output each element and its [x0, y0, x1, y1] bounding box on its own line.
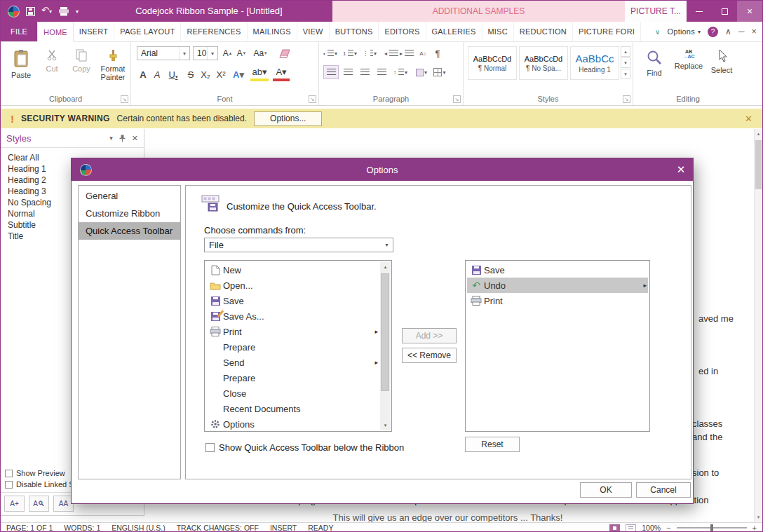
- format-painter-button[interactable]: Format Painter: [96, 45, 130, 95]
- status-track-changes[interactable]: TRACK CHANGES: OFF: [177, 524, 259, 532]
- status-words[interactable]: WORDS: 1: [64, 524, 100, 532]
- numbered-list-button[interactable]: 1▾: [343, 46, 358, 60]
- strikethrough-button[interactable]: S: [184, 66, 197, 81]
- clear-formatting-button[interactable]: [277, 46, 292, 60]
- chevron-down-icon[interactable]: ∨: [655, 28, 661, 36]
- scroll-up-icon[interactable]: ▴: [755, 129, 762, 139]
- tab-home[interactable]: HOME: [37, 22, 74, 42]
- gallery-down-icon[interactable]: ▾: [621, 57, 630, 68]
- font-family-combo[interactable]: Arial▾: [137, 46, 190, 60]
- ok-button[interactable]: OK: [580, 482, 632, 498]
- scrollbar-thumb[interactable]: [381, 273, 389, 391]
- scroll-down-icon[interactable]: ▾: [755, 512, 762, 522]
- style-inspector-button[interactable]: A🔍︎: [29, 496, 49, 512]
- tab-galleries[interactable]: GALLERIES: [426, 22, 482, 41]
- sort-button[interactable]: A↓: [416, 46, 431, 60]
- nav-item-customize-ribbon[interactable]: Customize Ribbon: [79, 205, 180, 222]
- command-item-close[interactable]: Close: [206, 386, 379, 401]
- undo-icon[interactable]: ↶▾: [41, 0, 52, 22]
- style-normal[interactable]: AaBbCcDd ¶ Normal: [468, 46, 517, 80]
- styles-dialog-launcher[interactable]: ↘: [623, 95, 630, 103]
- save-icon[interactable]: [26, 7, 35, 16]
- subscript-button[interactable]: X₂: [198, 66, 212, 81]
- highlight-button[interactable]: ab▾: [250, 66, 269, 81]
- command-item-recent-documents[interactable]: Recent Documents: [206, 401, 379, 416]
- command-item-open[interactable]: Open...: [206, 278, 379, 293]
- line-spacing-button[interactable]: ↕▾: [393, 65, 409, 79]
- minimize-button[interactable]: [687, 1, 712, 22]
- new-style-button[interactable]: A+: [4, 496, 25, 512]
- multilevel-list-button[interactable]: ⋮▾: [363, 46, 378, 60]
- web-layout-view-icon[interactable]: [626, 524, 636, 532]
- document-scrollbar[interactable]: ▴ ▾: [754, 129, 762, 522]
- print-layout-view-icon[interactable]: [609, 524, 620, 532]
- gallery-more-icon[interactable]: ▾: [621, 69, 630, 79]
- dialog-close-icon[interactable]: ✕: [669, 158, 693, 181]
- command-item-new[interactable]: New: [206, 262, 379, 278]
- pin-icon[interactable]: [119, 135, 126, 142]
- mdi-minimize-icon[interactable]: ─: [738, 27, 745, 36]
- font-dialog-launcher[interactable]: ↘: [309, 95, 316, 103]
- text-effects-button[interactable]: A▾: [231, 66, 246, 81]
- bullet-list-button[interactable]: •▾: [323, 46, 339, 60]
- align-center-button[interactable]: [340, 65, 356, 79]
- clipboard-dialog-launcher[interactable]: ↘: [121, 95, 128, 103]
- tab-view[interactable]: VIEW: [297, 22, 330, 41]
- grow-font-button[interactable]: A▴: [221, 46, 234, 60]
- borders-button[interactable]: ▾: [433, 65, 448, 79]
- tab-page-layout[interactable]: PAGE LAYOUT: [114, 22, 181, 41]
- pane-dropdown-icon[interactable]: ▾: [109, 135, 113, 142]
- style-no-spacing[interactable]: AaBbCcDd ¶ No Spa...: [519, 46, 568, 80]
- paste-button[interactable]: Paste: [6, 45, 36, 95]
- find-button[interactable]: Find: [639, 45, 670, 95]
- command-item-save[interactable]: Save: [206, 293, 379, 308]
- tab-mailings[interactable]: MAILINGS: [248, 22, 297, 41]
- cancel-button[interactable]: Cancel: [636, 482, 691, 498]
- gallery-up-icon[interactable]: ▴: [621, 46, 630, 57]
- scrollbar-thumb[interactable]: [755, 140, 762, 189]
- replace-button[interactable]: AB→AC Replace: [673, 45, 705, 95]
- add-button[interactable]: Add >>: [402, 328, 457, 343]
- show-paragraph-marks-button[interactable]: ¶: [430, 46, 445, 60]
- scroll-down-icon[interactable]: ▾: [380, 420, 391, 430]
- choose-commands-combo[interactable]: File▾: [204, 238, 393, 252]
- maximize-button[interactable]: [712, 1, 737, 22]
- tab-buttons[interactable]: BUTTONS: [330, 22, 379, 41]
- nav-item-quick-access-toolbar[interactable]: Quick Access Toolbar: [79, 222, 180, 240]
- status-insert-mode[interactable]: INSERT: [270, 524, 297, 532]
- command-item-print[interactable]: Print ▸: [206, 324, 379, 339]
- shading-button[interactable]: ▾: [414, 65, 430, 79]
- tab-reduction[interactable]: REDUCTION: [514, 22, 573, 41]
- style-heading1[interactable]: AaBbCc Heading 1: [570, 46, 619, 80]
- tab-picture-t[interactable]: PICTURE T...: [625, 1, 687, 22]
- tab-editors[interactable]: EDITORS: [379, 22, 426, 41]
- help-icon[interactable]: ?: [708, 27, 718, 37]
- nav-item-general[interactable]: General: [79, 187, 180, 205]
- decrease-indent-button[interactable]: ◂: [384, 46, 399, 60]
- warning-close-icon[interactable]: ✕: [745, 114, 752, 124]
- command-item-prepare2[interactable]: Prepare: [206, 370, 379, 386]
- change-case-button[interactable]: Aa▾: [250, 46, 270, 60]
- select-button[interactable]: Select: [706, 45, 737, 95]
- remove-button[interactable]: << Remove: [402, 348, 457, 363]
- zoom-out-button[interactable]: −: [666, 524, 670, 532]
- close-button[interactable]: ×: [737, 1, 762, 22]
- qat-item-print[interactable]: Print: [467, 293, 648, 308]
- qat-listbox[interactable]: Save ↶ Undo ▸ Print: [465, 260, 650, 432]
- app-logo-icon[interactable]: [8, 6, 20, 18]
- tab-file[interactable]: FILE: [1, 22, 37, 41]
- align-left-button[interactable]: [323, 65, 339, 79]
- tab-misc[interactable]: MISC: [482, 22, 514, 41]
- print-icon[interactable]: [58, 6, 69, 16]
- font-size-combo[interactable]: 10▾: [193, 46, 218, 60]
- tab-picture-format[interactable]: PICTURE FORI: [573, 22, 641, 41]
- underline-button[interactable]: U▾: [165, 66, 182, 81]
- font-color-button[interactable]: A▾: [273, 66, 290, 81]
- zoom-slider-thumb[interactable]: [710, 524, 713, 531]
- scroll-up-icon[interactable]: ▴: [380, 261, 391, 272]
- warning-options-button[interactable]: Options...: [254, 111, 322, 126]
- tab-insert[interactable]: INSERT: [74, 22, 114, 41]
- increase-indent-button[interactable]: ▸: [399, 46, 414, 60]
- italic-button[interactable]: A: [151, 66, 163, 81]
- qat-item-save[interactable]: Save: [467, 262, 648, 278]
